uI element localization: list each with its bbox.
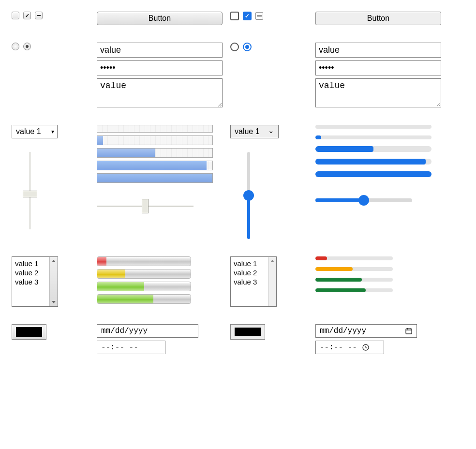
clock-icon[interactable]	[362, 344, 370, 351]
time-placeholder: --:-- --	[320, 343, 357, 352]
calendar-icon[interactable]	[405, 327, 413, 335]
checkbox-checked-classic[interactable]	[23, 12, 31, 19]
color-input-modern[interactable]	[230, 324, 265, 340]
slider-thumb[interactable]	[243, 190, 254, 201]
checkbox-unchecked-classic[interactable]	[12, 12, 19, 19]
text-input-classic[interactable]	[97, 43, 223, 58]
progress-modern-50	[315, 146, 431, 152]
radio-unchecked-classic[interactable]	[12, 43, 19, 50]
meter-classic-green2	[97, 294, 191, 304]
vertical-slider-classic[interactable]	[24, 152, 36, 229]
progress-modern-95	[315, 159, 431, 165]
progress-classic-50	[97, 148, 213, 158]
color-input-classic[interactable]	[12, 324, 46, 340]
date-input-classic[interactable]: mm/dd/yyyy	[97, 324, 198, 338]
horizontal-slider-modern[interactable]	[315, 195, 412, 206]
meter-modern-yellow	[315, 267, 393, 271]
progress-group-classic	[97, 125, 223, 183]
listbox-modern[interactable]: value 1 value 2 value 3	[230, 256, 277, 307]
meter-classic-yellow	[97, 269, 191, 279]
select-modern[interactable]: value 1	[230, 125, 279, 138]
radio-checked-modern[interactable]	[243, 43, 252, 51]
progress-classic-5	[97, 135, 213, 145]
progress-modern-0	[315, 125, 431, 129]
progress-modern-5	[315, 135, 431, 139]
textarea-modern[interactable]: value	[315, 78, 441, 107]
progress-group-modern	[315, 125, 441, 177]
time-input-classic[interactable]: --:-- --	[97, 341, 165, 354]
checkbox-unchecked-modern[interactable]	[230, 12, 239, 20]
slider-thumb[interactable]	[23, 191, 37, 197]
listbox-classic[interactable]: value 1 value 2 value 3	[12, 256, 58, 307]
scrollbar[interactable]	[268, 257, 276, 306]
slider-thumb[interactable]	[358, 195, 369, 206]
color-swatch	[16, 327, 42, 337]
date-placeholder: mm/dd/yyyy	[320, 327, 366, 335]
meter-modern-green	[315, 278, 393, 282]
meter-classic-green	[97, 282, 191, 291]
radio-unchecked-modern[interactable]	[230, 43, 239, 51]
time-input-modern[interactable]: --:-- --	[315, 341, 384, 354]
progress-classic-100	[97, 173, 213, 183]
scrollbar[interactable]	[49, 257, 58, 306]
date-input-modern[interactable]: mm/dd/yyyy	[315, 324, 417, 338]
radio-checked-classic[interactable]	[23, 43, 31, 50]
password-input-modern[interactable]	[315, 60, 441, 75]
color-swatch	[235, 328, 261, 336]
svg-rect-0	[406, 329, 412, 334]
progress-modern-100	[315, 171, 431, 177]
checkbox-indeterminate-modern[interactable]	[255, 12, 263, 20]
slider-fill	[315, 198, 364, 202]
meter-classic-red	[97, 256, 191, 266]
slider-fill	[247, 195, 250, 239]
meter-modern-green2	[315, 288, 393, 292]
text-input-modern[interactable]	[315, 43, 441, 58]
meter-modern-red	[315, 256, 393, 260]
progress-classic-0	[97, 125, 213, 133]
checkbox-indeterminate-classic[interactable]	[35, 12, 43, 19]
select-label: value 1	[235, 127, 260, 135]
slider-thumb[interactable]	[142, 199, 149, 213]
checkbox-checked-modern[interactable]	[243, 12, 252, 20]
button-modern[interactable]: Button	[315, 12, 441, 25]
password-input-classic[interactable]	[97, 60, 223, 75]
textarea-classic[interactable]: value	[97, 78, 223, 107]
select-label: value 1	[16, 127, 41, 135]
vertical-slider-modern[interactable]	[243, 152, 254, 239]
horizontal-slider-classic[interactable]	[97, 200, 193, 212]
button-classic[interactable]: Button	[97, 12, 223, 25]
progress-classic-95	[97, 161, 213, 170]
select-classic[interactable]: value 1	[12, 125, 58, 138]
